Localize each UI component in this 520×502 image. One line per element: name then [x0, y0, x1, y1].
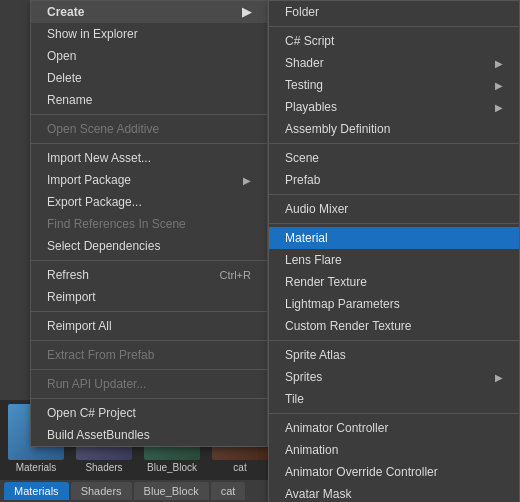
right-context-menu: Folder C# Script Shader ▶ Testing ▶ Play…	[268, 0, 520, 502]
separator-4	[31, 311, 267, 312]
menu-item-animator-controller[interactable]: Animator Controller	[269, 417, 519, 439]
menu-header-create[interactable]: Create ▶	[31, 1, 267, 23]
menu-item-extract-from-prefab: Extract From Prefab	[31, 344, 267, 366]
tab-materials[interactable]: Materials	[4, 482, 69, 500]
menu-item-csharp-script[interactable]: C# Script	[269, 30, 519, 52]
submenu-arrow-icon: ▶	[495, 102, 503, 113]
menu-item-animator-override[interactable]: Animator Override Controller	[269, 461, 519, 483]
menu-item-lightmap-parameters[interactable]: Lightmap Parameters	[269, 293, 519, 315]
submenu-arrow-icon: ▶	[495, 80, 503, 91]
menu-item-delete[interactable]: Delete	[31, 67, 267, 89]
menu-item-scene[interactable]: Scene	[269, 147, 519, 169]
menu-item-lens-flare[interactable]: Lens Flare	[269, 249, 519, 271]
menu-item-refresh[interactable]: Refresh Ctrl+R	[31, 264, 267, 286]
menu-item-open-csharp[interactable]: Open C# Project	[31, 402, 267, 424]
menu-item-tile[interactable]: Tile	[269, 388, 519, 410]
separator-r6	[269, 413, 519, 414]
menu-item-build-assetbundles[interactable]: Build AssetBundles	[31, 424, 267, 446]
submenu-arrow-icon: ▶	[242, 5, 251, 19]
menu-item-export-package[interactable]: Export Package...	[31, 191, 267, 213]
separator-r1	[269, 26, 519, 27]
tab-cat[interactable]: cat	[211, 482, 246, 500]
left-context-menu: Create ▶ Show in Explorer Open Delete Re…	[30, 0, 268, 447]
menu-item-custom-render-texture[interactable]: Custom Render Texture	[269, 315, 519, 337]
separator-r5	[269, 340, 519, 341]
separator-6	[31, 369, 267, 370]
menu-item-shader[interactable]: Shader ▶	[269, 52, 519, 74]
asset-label-cat: cat	[208, 462, 272, 473]
separator-r2	[269, 143, 519, 144]
menu-item-sprites[interactable]: Sprites ▶	[269, 366, 519, 388]
separator-2	[31, 143, 267, 144]
asset-label-shaders: Shaders	[72, 462, 136, 473]
menu-item-playables[interactable]: Playables ▶	[269, 96, 519, 118]
separator-3	[31, 260, 267, 261]
separator-7	[31, 398, 267, 399]
separator-r3	[269, 194, 519, 195]
submenu-arrow-icon: ▶	[495, 58, 503, 69]
menu-header-label: Create	[47, 5, 84, 19]
shortcut-ctrl-r: Ctrl+R	[220, 269, 251, 281]
tab-shaders[interactable]: Shaders	[71, 482, 132, 500]
menu-item-folder[interactable]: Folder	[269, 1, 519, 23]
menu-item-sprite-atlas[interactable]: Sprite Atlas	[269, 344, 519, 366]
menu-item-animation[interactable]: Animation	[269, 439, 519, 461]
menu-item-prefab[interactable]: Prefab	[269, 169, 519, 191]
submenu-arrow-icon: ▶	[495, 372, 503, 383]
menu-item-find-references: Find References In Scene	[31, 213, 267, 235]
menu-item-import-new-asset[interactable]: Import New Asset...	[31, 147, 267, 169]
submenu-arrow-icon: ▶	[243, 175, 251, 186]
menu-item-render-texture[interactable]: Render Texture	[269, 271, 519, 293]
menu-item-testing[interactable]: Testing ▶	[269, 74, 519, 96]
separator-r4	[269, 223, 519, 224]
menu-item-import-package[interactable]: Import Package ▶	[31, 169, 267, 191]
separator-5	[31, 340, 267, 341]
asset-label-materials: Materials	[4, 462, 68, 473]
asset-label-blue-block: Blue_Block	[140, 462, 204, 473]
menu-item-rename[interactable]: Rename	[31, 89, 267, 111]
tab-blue-block[interactable]: Blue_Block	[134, 482, 209, 500]
menu-item-assembly-definition[interactable]: Assembly Definition	[269, 118, 519, 140]
menu-item-select-dependencies[interactable]: Select Dependencies	[31, 235, 267, 257]
menu-item-material[interactable]: Material	[269, 227, 519, 249]
menu-item-open-scene-additive: Open Scene Additive	[31, 118, 267, 140]
menu-item-reimport-all[interactable]: Reimport All	[31, 315, 267, 337]
menu-item-run-api-updater: Run API Updater...	[31, 373, 267, 395]
separator-1	[31, 114, 267, 115]
menu-item-avatar-mask[interactable]: Avatar Mask	[269, 483, 519, 502]
menu-item-audio-mixer[interactable]: Audio Mixer	[269, 198, 519, 220]
menu-item-reimport[interactable]: Reimport	[31, 286, 267, 308]
menu-item-show-explorer[interactable]: Show in Explorer	[31, 23, 267, 45]
menu-item-open[interactable]: Open	[31, 45, 267, 67]
